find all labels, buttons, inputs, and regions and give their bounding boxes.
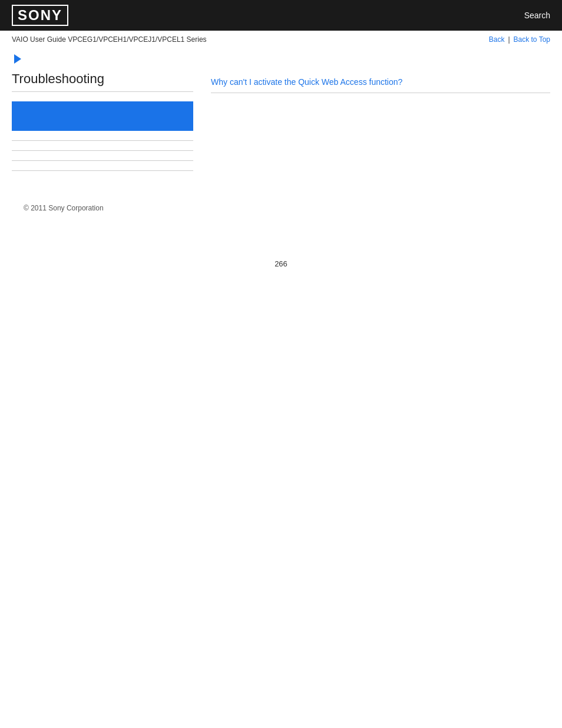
right-content: Why can't I activate the Quick Web Acces… <box>211 71 550 93</box>
back-to-top-link[interactable]: Back to Top <box>514 35 550 44</box>
content-columns: Troubleshooting Why can't I activate the… <box>12 71 550 180</box>
divider-1 <box>12 140 193 141</box>
guide-title: VAIO User Guide VPCEG1/VPCEH1/VPCEJ1/VPC… <box>12 35 207 44</box>
copyright-text: © 2011 Sony Corporation <box>24 204 104 212</box>
breadcrumb-links: Back | Back to Top <box>489 35 550 44</box>
left-sidebar: Troubleshooting <box>12 71 193 180</box>
main-content: Troubleshooting Why can't I activate the… <box>0 48 562 224</box>
site-header: SONY Search <box>0 0 562 31</box>
chevron-right-icon <box>14 54 21 64</box>
divider-3 <box>12 160 193 161</box>
chevron-area <box>12 54 550 65</box>
sony-logo: SONY <box>12 5 68 26</box>
divider-4 <box>12 170 193 171</box>
back-link[interactable]: Back <box>489 35 505 44</box>
page-number: 266 <box>275 259 287 268</box>
category-button[interactable] <box>12 101 193 131</box>
breadcrumb-separator: | <box>508 35 510 44</box>
article-link-1[interactable]: Why can't I activate the Quick Web Acces… <box>211 77 550 93</box>
search-button[interactable]: Search <box>524 11 550 20</box>
footer: © 2011 Sony Corporation <box>12 204 550 212</box>
section-title: Troubleshooting <box>12 71 193 92</box>
breadcrumb-bar: VAIO User Guide VPCEG1/VPCEH1/VPCEJ1/VPC… <box>0 31 562 48</box>
divider-2 <box>12 150 193 151</box>
page-number-area: 266 <box>0 259 562 268</box>
